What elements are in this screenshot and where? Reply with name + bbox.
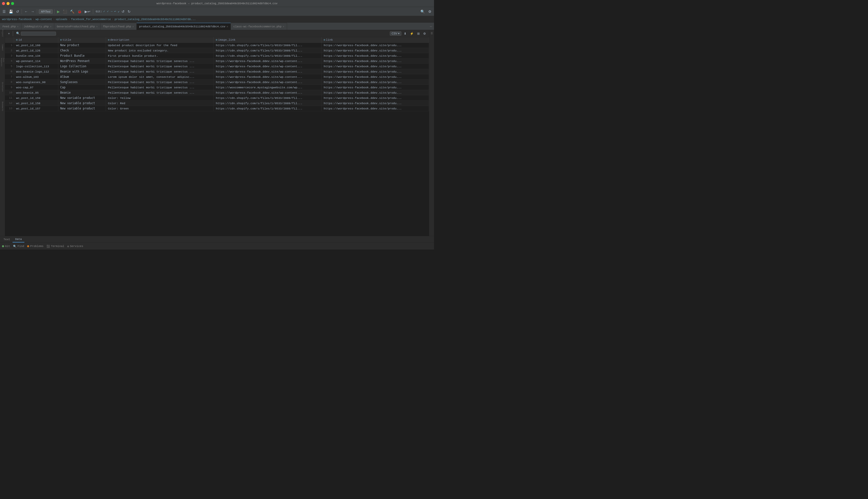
tab-close-icon[interactable]: ✕	[96, 25, 98, 28]
col-header-id[interactable]: ⊞id	[14, 37, 58, 43]
export-button[interactable]: ⬇	[403, 32, 407, 36]
cell-image_link[interactable]: https://wordpress-facebook.ddev.site/wp-…	[214, 80, 322, 85]
cell-link[interactable]: https://wordpress-facebook.ddev.site/pro…	[322, 95, 429, 101]
cell-id[interactable]: wc_post_id_159	[14, 95, 58, 101]
column-settings-button[interactable]: ⊞	[416, 32, 421, 36]
table-row[interactable]: 13wc_post_id_157New variable productColo…	[5, 106, 429, 111]
cell-image_link[interactable]: https://cdn.shopify.com/s/files/1/0533/2…	[214, 101, 322, 106]
cell-id[interactable]: wc_post_id_158	[14, 101, 58, 106]
build-button[interactable]: 🔨	[69, 9, 75, 14]
cell-description[interactable]: First product bundle product.	[106, 53, 214, 59]
table-row[interactable]: 8woo-sunglasses_98SunglassesPellentesque…	[5, 80, 429, 85]
tab-text[interactable]: Text	[1, 236, 13, 242]
cell-link[interactable]: https://wordpress-facebook.ddev.site/pro…	[322, 90, 429, 95]
tab-close-icon[interactable]: ✕	[283, 25, 284, 28]
col-header-description[interactable]: ⊞description	[106, 37, 214, 43]
tab-close-icon[interactable]: ✕	[50, 25, 51, 28]
cell-description[interactable]: Pellentesque habitant morbi tristique se…	[106, 64, 214, 69]
cell-id[interactable]: wc_post_id_160	[14, 43, 58, 48]
find-item[interactable]: 🔍 Find	[13, 245, 24, 248]
cell-id[interactable]: wp-pennant_114	[14, 59, 58, 64]
structure-panel-icon[interactable]: Structure	[0, 85, 4, 89]
tab-feed-php[interactable]: Feed.php ✕	[0, 23, 21, 30]
cell-link[interactable]: https://wordpress-facebook.ddev.site/pro…	[322, 48, 429, 53]
cell-id[interactable]: Woo-beanie-logo_112	[14, 69, 58, 74]
table-row[interactable]: 1wc_post_id_160New productUpdated produc…	[5, 43, 429, 48]
coverage-button[interactable]: ▶↩	[84, 9, 92, 14]
cell-title[interactable]: Cap	[58, 85, 106, 90]
close-button[interactable]	[2, 2, 5, 5]
search-input[interactable]	[21, 32, 56, 36]
project-panel-icon[interactable]: Project	[0, 31, 4, 35]
cell-title[interactable]: Beanie with Logo	[58, 69, 106, 74]
tab-close-icon[interactable]: ✕	[227, 25, 228, 28]
table-row[interactable]: 10woo-beanie_95BeaniePellentesque habita…	[5, 90, 429, 95]
table-row[interactable]: 4wp-pennant_114WordPress PennantPellente…	[5, 59, 429, 64]
breadcrumb-item-1[interactable]: wp-content	[35, 18, 52, 21]
cell-link[interactable]: https://wordpress-facebook.ddev.site/pro…	[322, 43, 429, 48]
cell-id[interactable]: woo-cap_97	[14, 85, 58, 90]
tab-jobregistry-php[interactable]: JobRegistry.php ✕	[21, 23, 54, 30]
branch-selector[interactable]: APITest	[39, 9, 53, 14]
save-button[interactable]: 💾	[8, 9, 14, 14]
cell-description[interactable]: Pellentesque habitant morbi tristique se…	[106, 69, 214, 74]
cell-link[interactable]: https://wordpress-facebook.ddev.site/pro…	[322, 80, 429, 85]
cell-description[interactable]: Color: Yellow	[106, 95, 214, 101]
tabs-more-button[interactable]: ⋯	[428, 23, 434, 30]
tab-product-catalog-csv[interactable]: product_catalog_2b933dea049cb549c5111002…	[137, 23, 231, 30]
cell-image_link[interactable]: https://wordpress-facebook.ddev.site/wp-…	[214, 90, 322, 95]
csv-format-button[interactable]: CSV ▾	[390, 32, 401, 36]
cell-image_link[interactable]: https://cdn.shopify.com/s/files/1/0533/2…	[214, 95, 322, 101]
breadcrumb-item-4[interactable]: product_catalog_2b933dea049cb549c5111002…	[114, 18, 196, 21]
col-header-link[interactable]: ⊞link	[322, 37, 429, 43]
tab-fbproductfeed-php[interactable]: fbproductfeed.php ✕	[100, 23, 137, 30]
services-item[interactable]: ⚙ Services	[67, 245, 83, 248]
cell-link[interactable]: https://wordpress-facebook.ddev.site/pro…	[322, 74, 429, 80]
cell-image_link[interactable]: https://cdn.shopify.com/s/files/1/0533/2…	[214, 53, 322, 59]
git-status-item[interactable]: Git	[2, 245, 10, 248]
cell-image_link[interactable]: https://wordpress-facebook.ddev.site/wp-…	[214, 59, 322, 64]
nav-back-button[interactable]: ←	[23, 9, 29, 14]
maximize-button[interactable]	[11, 2, 14, 5]
cell-id[interactable]: wc_post_id_126	[14, 48, 58, 53]
cell-title[interactable]: Beanie	[58, 90, 106, 95]
cell-image_link[interactable]: https://cdn.shopify.com/s/files/1/0533/2…	[214, 43, 322, 48]
tab-close-icon[interactable]: ✕	[132, 25, 134, 28]
cell-title[interactable]: WordPress Pennant	[58, 59, 106, 64]
table-row[interactable]: 5logo-collection_113Logo CollectionPelle…	[5, 64, 429, 69]
add-row-button[interactable]: +	[7, 32, 11, 36]
table-row[interactable]: 6Woo-beanie-logo_112Beanie with LogoPell…	[5, 69, 429, 74]
cell-link[interactable]: https://wordpress-facebook.ddev.site/pro…	[322, 53, 429, 59]
cell-id[interactable]: woo-beanie_95	[14, 90, 58, 95]
settings-button[interactable]: ⚙	[427, 9, 433, 14]
cell-title[interactable]: New variable product	[58, 95, 106, 101]
cell-image_link[interactable]: https://wordpress-facebook.ddev.site/wp-…	[214, 74, 322, 80]
tab-class-wc-facebookcommerce-php[interactable]: class-wc-facebookcommerce.php ✕	[231, 23, 287, 30]
cell-title[interactable]: New variable product	[58, 106, 106, 111]
cell-image_link[interactable]: https://woocommercecore.mystagingwebsite…	[214, 85, 322, 90]
breadcrumb-item-2[interactable]: uploads	[56, 18, 67, 21]
breadcrumb-item-0[interactable]: wordpress-facebook	[2, 18, 32, 21]
cell-image_link[interactable]: https://wordpress-facebook.ddev.site/wp-…	[214, 69, 322, 74]
table-row[interactable]: 3bundle-one_134Product BundleFirst produ…	[5, 53, 429, 59]
settings-icon[interactable]: ⚙	[422, 32, 427, 36]
cell-description[interactable]: Pellentesque habitant morbi tristique se…	[106, 85, 214, 90]
cell-title[interactable]: Logo Collection	[58, 64, 106, 69]
table-row[interactable]: 2wc_post_id_126CheckNew product into exc…	[5, 48, 429, 53]
run-button[interactable]: ▶	[56, 9, 61, 14]
tab-data[interactable]: Data	[13, 236, 24, 242]
cell-link[interactable]: https://wordpress-facebook.ddev.site/pro…	[322, 59, 429, 64]
bookmarks-panel-icon[interactable]: Bookmarks	[0, 105, 4, 108]
cell-description[interactable]: New product into excluded category.	[106, 48, 214, 53]
table-row[interactable]: 11wc_post_id_159New variable productColo…	[5, 95, 429, 101]
debug-button[interactable]: 🐞	[76, 9, 83, 14]
refresh-button[interactable]: ↺	[15, 9, 20, 14]
cell-id[interactable]: bundle-one_134	[14, 53, 58, 59]
table-row[interactable]: 7woo-album_103AlbumLorem ipsum dolor sit…	[5, 74, 429, 80]
cell-link[interactable]: https://wordpress-facebook.ddev.site/pro…	[322, 64, 429, 69]
filter-button[interactable]: ⚡	[409, 32, 415, 36]
tab-generateproductfeed-php[interactable]: GenerateProductFeed.php ✕	[54, 23, 100, 30]
tab-close-icon[interactable]: ✕	[17, 25, 19, 28]
breadcrumb-item-3[interactable]: facebook_for_woocommerce	[71, 18, 111, 21]
cell-description[interactable]: Updated product description for the feed	[106, 43, 214, 48]
